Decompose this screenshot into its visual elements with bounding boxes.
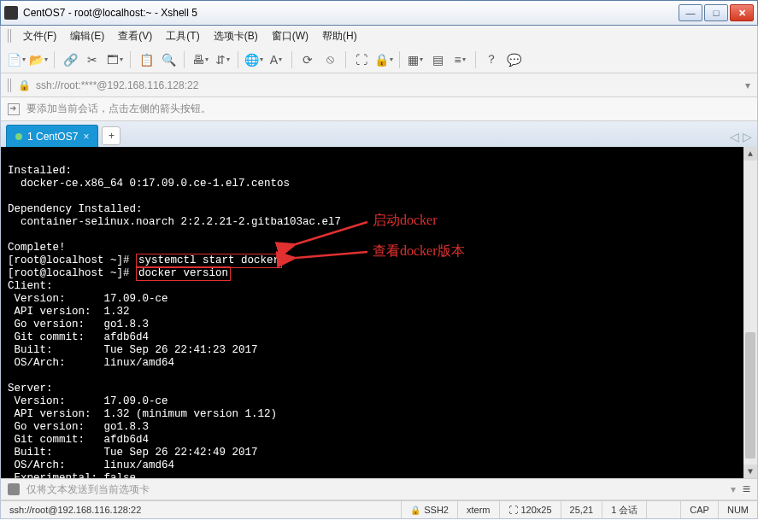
transfer-button[interactable]: ⇵	[212, 50, 232, 70]
send-placeholder[interactable]: 仅将文本发送到当前选项卡	[26, 482, 724, 497]
term-line: Installed:	[8, 165, 72, 177]
term-line: Git commit: afdb6d4	[8, 434, 149, 446]
dropdown-icon[interactable]: ▾	[745, 79, 750, 91]
maximize-button[interactable]: □	[704, 4, 728, 21]
globe-button[interactable]: 🌐	[244, 50, 264, 70]
menu-file[interactable]: 文件(F)	[20, 27, 60, 45]
copy-button[interactable]: 📋	[136, 50, 156, 70]
status-size: ⛶ 120x25	[500, 501, 561, 518]
term-line: OS/Arch: linux/amd64	[8, 357, 174, 369]
disconnect-button[interactable]: ✂	[82, 50, 103, 70]
status-cap: CAP	[681, 501, 719, 518]
term-line: Go version: go1.8.3	[8, 421, 149, 433]
term-line: Complete!	[8, 242, 66, 254]
app-icon	[4, 6, 18, 20]
scroll-thumb[interactable]	[745, 332, 755, 458]
menu-help[interactable]: 帮助(H)	[319, 27, 361, 45]
find-button[interactable]: 🔍	[158, 50, 179, 70]
tab-prev-icon[interactable]: ◁	[730, 130, 739, 143]
term-line: Experimental: false	[8, 472, 136, 478]
status-sessions: 1 会话	[602, 501, 647, 518]
menubar: 文件(F) 编辑(E) 查看(V) 工具(T) 选项卡(B) 窗口(W) 帮助(…	[0, 26, 758, 46]
term-line: Built: Tue Sep 26 22:41:23 2017	[8, 344, 258, 356]
print-button[interactable]: 🖶	[190, 50, 210, 70]
minimize-button[interactable]: —	[679, 4, 702, 21]
status-dot-icon	[15, 133, 22, 140]
status-proto: SSH2	[402, 501, 458, 518]
stop-button[interactable]: ⦸	[320, 50, 340, 70]
dropdown-icon[interactable]: ▾	[731, 483, 736, 495]
tip-band: 要添加当前会话，点击左侧的箭头按钮。	[0, 97, 758, 121]
term-line: API version: 1.32 (minimum version 1.12)	[8, 408, 277, 420]
term-line: API version: 1.32	[8, 306, 130, 318]
term-line: Git commit: afdb6d4	[8, 331, 149, 343]
menu-edit[interactable]: 编辑(E)	[67, 27, 108, 45]
window-title: CentOS7 - root@localhost:~ - Xshell 5	[23, 7, 679, 19]
refresh-button[interactable]: ⟳	[297, 50, 318, 70]
grip-icon	[8, 79, 13, 92]
font-button[interactable]: A	[266, 50, 286, 70]
term-line: Version: 17.09.0-ce	[8, 395, 168, 407]
menu-window[interactable]: 窗口(W)	[268, 27, 312, 45]
statusbar: ssh://root@192.168.116.128:22 SSH2 xterm…	[0, 500, 758, 519]
tab-centos7[interactable]: 1 CentOS7 ×	[6, 125, 98, 147]
menu-tabs[interactable]: 选项卡(B)	[210, 27, 261, 45]
status-path: ssh://root@192.168.116.128:22	[1, 501, 402, 518]
address-bar: 🔒 ssh://root:****@192.168.116.128:22 ▾	[0, 73, 758, 97]
terminal[interactable]: Installed: docker-ce.x86_64 0:17.09.0.ce…	[0, 147, 758, 478]
scroll-up-icon[interactable]: ▲	[743, 147, 757, 161]
term-line: OS/Arch: linux/amd64	[8, 459, 174, 471]
menu-view[interactable]: 查看(V)	[115, 27, 156, 45]
send-icon[interactable]	[8, 483, 20, 495]
add-tab-button[interactable]: +	[102, 126, 120, 145]
titlebar: CentOS7 - root@localhost:~ - Xshell 5 — …	[0, 0, 758, 26]
help-button[interactable]: ？	[481, 50, 502, 70]
properties-button[interactable]: 🗔	[104, 50, 125, 70]
new-session-button[interactable]: 📄	[6, 50, 26, 70]
status-blank	[647, 501, 681, 518]
close-button[interactable]: ✕	[730, 4, 754, 21]
tile-button[interactable]: ≡	[450, 50, 470, 70]
toolbar: 📄 📂 🔗 ✂ 🗔 📋 🔍 🖶 ⇵ 🌐 A ⟳ ⦸ ⛶ 🔒 ▦ ▤ ≡ ？ 💬	[0, 46, 758, 73]
term-line: Dependency Installed:	[8, 203, 143, 215]
tip-text: 要添加当前会话，点击左侧的箭头按钮。	[26, 102, 211, 116]
grip-icon	[8, 29, 13, 43]
status-num: NUM	[719, 501, 757, 518]
term-line: Client:	[8, 280, 53, 292]
send-bar: 仅将文本发送到当前选项卡 ▾ ≡	[0, 478, 758, 500]
fullscreen-button[interactable]: ⛶	[351, 50, 372, 70]
scroll-down-icon[interactable]: ▼	[743, 465, 757, 478]
prompt: [root@localhost ~]#	[8, 267, 136, 279]
term-line: container-selinux.noarch 2:2.2.21-2.gitb…	[8, 216, 341, 228]
add-session-icon[interactable]	[8, 103, 20, 115]
lock-button[interactable]: 🔒	[373, 50, 394, 70]
tab-label: 1 CentOS7	[27, 131, 78, 143]
tabstrip: 1 CentOS7 × + ◁ ▷	[0, 121, 758, 147]
open-button[interactable]: 📂	[28, 50, 49, 70]
status-term: xterm	[458, 501, 500, 518]
term-line: Go version: go1.8.3	[8, 319, 149, 330]
feedback-button[interactable]: 💬	[503, 50, 524, 70]
menu-tools[interactable]: 工具(T)	[162, 27, 203, 45]
terminal-scrollbar[interactable]: ▲ ▼	[743, 147, 757, 478]
prompt: [root@localhost ~]#	[8, 254, 136, 266]
command-docker-version: docker version	[136, 266, 231, 281]
tab-next-icon[interactable]: ▷	[743, 130, 752, 143]
address-field[interactable]: ssh://root:****@192.168.116.128:22	[36, 79, 740, 91]
lock-icon: 🔒	[18, 79, 31, 91]
status-cursor: 25,21	[561, 501, 603, 518]
menu-icon[interactable]: ≡	[743, 482, 750, 497]
layout-button[interactable]: ▦	[405, 50, 426, 70]
term-line: Built: Tue Sep 26 22:42:49 2017	[8, 447, 258, 459]
term-line: Version: 17.09.0-ce	[8, 293, 168, 305]
reconnect-button[interactable]: 🔗	[60, 50, 80, 70]
cascade-button[interactable]: ▤	[427, 50, 448, 70]
tab-close-icon[interactable]: ×	[83, 131, 89, 143]
term-line: Server:	[8, 383, 53, 395]
term-line: docker-ce.x86_64 0:17.09.0.ce-1.el7.cent…	[8, 178, 290, 190]
